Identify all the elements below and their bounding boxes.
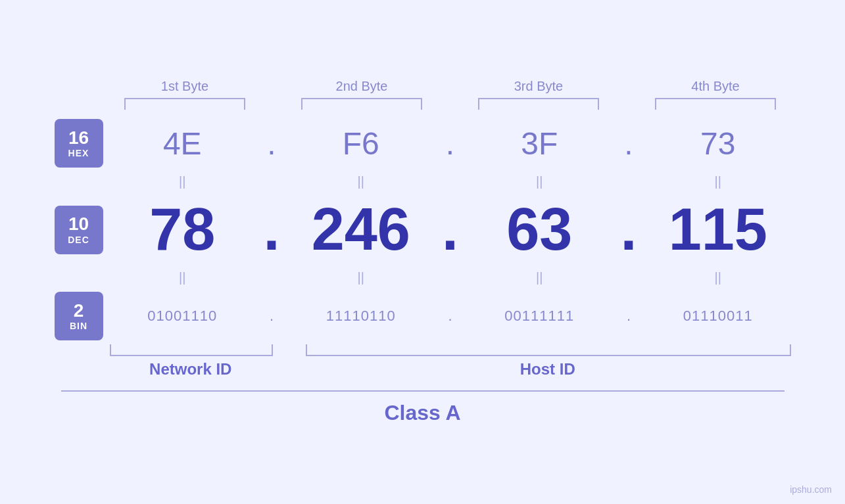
bin-row: 2 BIN 01001110 . 11110110 . 00111111 .: [28, 292, 817, 340]
hex-dot-1: .: [255, 126, 288, 162]
bin-val-4: 01110011: [645, 308, 791, 325]
eq-row-1-vals: || || || ||: [110, 170, 791, 193]
id-labels-row: Network ID Host ID: [28, 360, 817, 378]
dec-val-4: 115: [645, 196, 791, 263]
network-id-label: Network ID: [110, 360, 272, 378]
watermark: ipshu.com: [790, 484, 832, 495]
hex-dot-2: .: [434, 126, 467, 162]
equals-row-1: || || || ||: [28, 170, 817, 193]
hex-values: 4E . F6 . 3F . 73: [110, 126, 791, 162]
bracket-top-2: [301, 98, 422, 110]
hex-val-3: 3F: [467, 126, 613, 162]
dec-row: 10 DEC 78 . 246 . 63 . 115: [28, 196, 817, 263]
eq-2-4: ||: [645, 266, 791, 289]
equals-row-2: || || || ||: [28, 266, 817, 289]
host-bracket: [306, 344, 791, 356]
main-container: 1st Byte 2nd Byte 3rd Byte 4th Byte 16: [0, 0, 845, 504]
dec-values: 78 . 246 . 63 . 115: [110, 196, 791, 263]
eq-row-2-vals: || || || ||: [110, 266, 791, 289]
hex-val-4: 73: [645, 126, 791, 162]
eq-2-3: ||: [467, 266, 613, 289]
byte-header-4: 4th Byte: [640, 79, 791, 110]
bracket-underline-row: [28, 344, 817, 356]
hex-badge: 16 HEX: [55, 119, 103, 168]
bracket-top-3: [478, 98, 598, 110]
bin-values: 01001110 . 11110110 . 00111111 . 0111001…: [110, 308, 791, 325]
network-bracket: [110, 344, 274, 356]
hex-dot-3: .: [612, 126, 645, 162]
bin-badge: 2 BIN: [55, 292, 103, 340]
dec-dot-3: .: [612, 196, 645, 263]
hex-val-1: 4E: [110, 126, 256, 162]
bin-dot-2: .: [434, 308, 467, 325]
dec-dot-2: .: [434, 196, 467, 263]
bin-val-3: 00111111: [467, 308, 613, 325]
byte-2-label: 2nd Byte: [336, 79, 388, 94]
bin-dot-1: .: [255, 308, 288, 325]
byte-3-label: 3rd Byte: [514, 79, 563, 94]
hex-row: 16 HEX 4E . F6 . 3F . 73: [28, 119, 817, 168]
byte-header-1: 1st Byte: [110, 79, 260, 110]
byte-header-2: 2nd Byte: [287, 79, 437, 110]
class-row: Class A: [61, 390, 785, 425]
eq-2-2: ||: [288, 266, 434, 289]
bracket-top-4: [655, 98, 775, 110]
bin-val-1: 01001110: [110, 308, 256, 325]
eq-1-4: ||: [645, 170, 791, 193]
eq-1-2: ||: [288, 170, 434, 193]
eq-1-1: ||: [110, 170, 256, 193]
bracket-top-1: [124, 98, 245, 110]
host-id-label: Host ID: [304, 360, 791, 378]
byte-1-label: 1st Byte: [161, 79, 208, 94]
byte-headers-row: 1st Byte 2nd Byte 3rd Byte 4th Byte: [28, 79, 817, 110]
dec-val-1: 78: [110, 196, 256, 263]
dec-val-3: 63: [467, 196, 613, 263]
dec-val-2: 246: [288, 196, 434, 263]
dec-badge: 10 DEC: [55, 206, 103, 254]
byte-header-3: 3rd Byte: [464, 79, 614, 110]
hex-val-2: F6: [288, 126, 434, 162]
class-label: Class A: [384, 401, 460, 424]
eq-1-3: ||: [467, 170, 613, 193]
eq-2-1: ||: [110, 266, 256, 289]
bin-dot-3: .: [612, 308, 645, 325]
byte-4-label: 4th Byte: [691, 79, 739, 94]
bin-val-2: 11110110: [288, 308, 434, 325]
dec-dot-1: .: [255, 196, 288, 263]
byte-header-section: 1st Byte 2nd Byte 3rd Byte 4th Byte: [110, 79, 791, 110]
